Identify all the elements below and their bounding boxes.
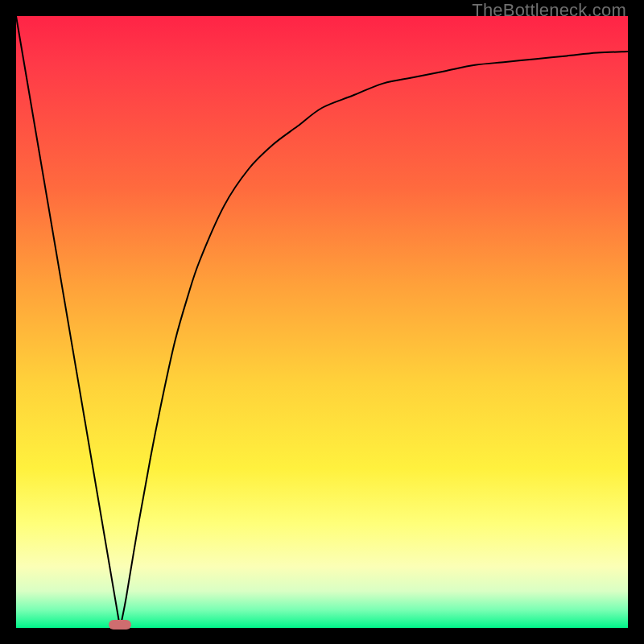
chart-frame <box>16 16 628 628</box>
curve-path <box>16 16 628 628</box>
notch-marker <box>109 620 131 630</box>
bottleneck-curve <box>16 16 628 628</box>
watermark-text: TheBottleneck.com <box>472 0 626 21</box>
